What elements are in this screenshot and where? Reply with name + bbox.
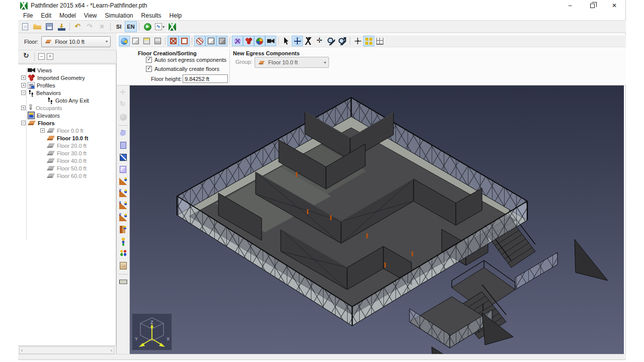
run-simulation-button[interactable] [141,21,153,32]
tree-item[interactable]: Floor 30.0 ft [18,149,116,157]
menu-item[interactable]: File [19,12,37,20]
tree-item-icon [47,97,53,104]
measure-tool[interactable] [117,276,129,288]
tree-item[interactable]: − Behaviors [18,89,116,97]
tree-item[interactable]: + Imported Geometry [18,74,116,81]
occupant-group-tool[interactable] [117,248,129,259]
door-tool[interactable] [117,224,129,235]
viewport-3d[interactable]: Z Y X [130,85,624,354]
tree-item[interactable]: Elevators [18,112,116,119]
scroll-right-icon[interactable]: › [111,348,112,353]
snap-point-button[interactable] [352,36,363,46]
horizontal-scrollbar[interactable]: ‹ › [19,346,114,354]
model-tree: Views + Imported Geometry + Profiles − B… [18,64,116,346]
auto-sort-checkbox[interactable] [146,57,152,63]
zoom-box-tool-button[interactable] [337,36,348,46]
floor-label: Floor: [24,39,38,45]
menu-item[interactable]: Results [137,12,166,20]
front-view-button[interactable] [152,36,163,46]
show-grid-button[interactable] [363,36,374,46]
tree-expander[interactable]: + [21,83,26,87]
select-tool-button[interactable] [281,36,292,46]
tree-expander[interactable]: + [21,106,26,110]
tree-expander[interactable]: − [21,90,26,95]
pan-tool-button[interactable] [314,36,326,46]
tree-item[interactable]: Floor 20.0 ft [18,142,116,149]
tree-item[interactable]: Floor 10.0 ft [18,134,116,142]
pathfinder-results-button[interactable] [166,21,178,32]
top-view-button[interactable] [141,36,152,46]
en-units-button[interactable]: EN [125,21,137,32]
tree-item-label: Floor 40.0 ft [57,158,87,164]
save-button[interactable] [43,21,55,32]
sort-icon[interactable] [22,52,31,61]
tree-item[interactable]: + Occupants [18,104,116,112]
show-navmesh-button[interactable] [232,36,243,46]
ramp-2pt-tool[interactable] [117,212,129,223]
exit-tool[interactable] [117,260,129,272]
perspective-view-button[interactable] [119,36,130,46]
rotate-view-tool[interactable] [117,99,129,111]
tree-item[interactable]: + Floor 0.0 ft [18,127,116,134]
walk-tool-button[interactable] [303,36,314,46]
ramp-1pt-tool[interactable] [117,200,129,211]
view-results-button[interactable]: ▾ [153,21,166,32]
redo-button[interactable] [84,21,96,32]
rectangle-room-tool[interactable] [117,139,129,151]
tree-item[interactable]: Views [18,66,116,74]
stairs-2pt-tool[interactable] [117,188,129,199]
menu-item[interactable]: Edit [37,12,55,20]
roam-view-tool[interactable] [117,111,129,123]
expand-all-button[interactable]: + [47,53,53,60]
orbit-tool-button[interactable] [292,36,303,46]
grid-settings-button[interactable] [374,36,385,46]
close-button[interactable]: ✕ [603,0,625,11]
import-button[interactable] [55,21,67,32]
zoom-tool-button[interactable] [326,36,337,46]
show-transparent-button[interactable] [216,36,227,46]
polygon-room-tool[interactable] [117,127,129,139]
open-file-button[interactable] [31,21,43,32]
occupant-tool[interactable] [117,236,129,247]
menu-item[interactable]: Simulation [101,12,137,20]
tree-item[interactable]: Floor 50.0 ft [18,164,116,172]
tree-expander[interactable]: + [40,128,45,133]
menu-item[interactable]: Model [55,12,80,20]
tree-item[interactable]: Floor 60.0 ft [18,172,116,179]
auto-create-checkbox[interactable] [146,66,152,72]
tree-expander[interactable]: + [21,75,26,80]
tree-item[interactable]: − Floors [18,119,116,127]
si-units-button[interactable]: SI [113,21,125,32]
pan-view-tool[interactable] [117,87,129,99]
floor-height-input[interactable] [183,74,228,83]
axis-gizmo[interactable]: Z Y X [132,313,172,350]
restore-button[interactable] [581,0,603,11]
show-objects-button[interactable] [194,36,205,46]
menu-item[interactable]: Help [166,12,186,20]
show-views-button[interactable] [265,36,276,46]
window-title: Pathfinder 2015 x64 - *Learn-Pathfinder.… [31,2,559,9]
floor-dropdown[interactable]: Floor 10.0 ft ▾ [41,36,111,47]
show-geometry-button[interactable] [243,36,254,46]
outline-toggle-button[interactable] [179,36,190,46]
tree-expander[interactable]: − [21,121,26,125]
delete-button[interactable] [96,21,108,32]
undo-button[interactable] [72,21,84,32]
new-file-button[interactable] [19,21,31,32]
model-canvas[interactable] [130,85,624,354]
thin-wall-tool[interactable] [117,151,129,163]
tree-item[interactable]: Goto Any Exit [18,97,116,104]
tree-item[interactable]: Floor 40.0 ft [18,157,116,164]
scroll-left-icon[interactable]: ‹ [21,348,23,353]
show-materials-button[interactable] [254,36,265,46]
tree-item[interactable]: + Profiles [18,81,116,89]
group-dropdown: Floor 10.0 ft ▾ [255,57,329,68]
obstruction-tool[interactable] [117,163,129,175]
stairs-tool[interactable] [117,175,129,187]
show-solid-button[interactable] [205,36,216,46]
minimize-button[interactable]: – [559,0,581,11]
wireframe-toggle-button[interactable] [168,36,179,46]
menu-item[interactable]: View [80,12,101,20]
collapse-all-button[interactable]: − [38,53,45,60]
iso-view-button[interactable] [130,36,141,46]
